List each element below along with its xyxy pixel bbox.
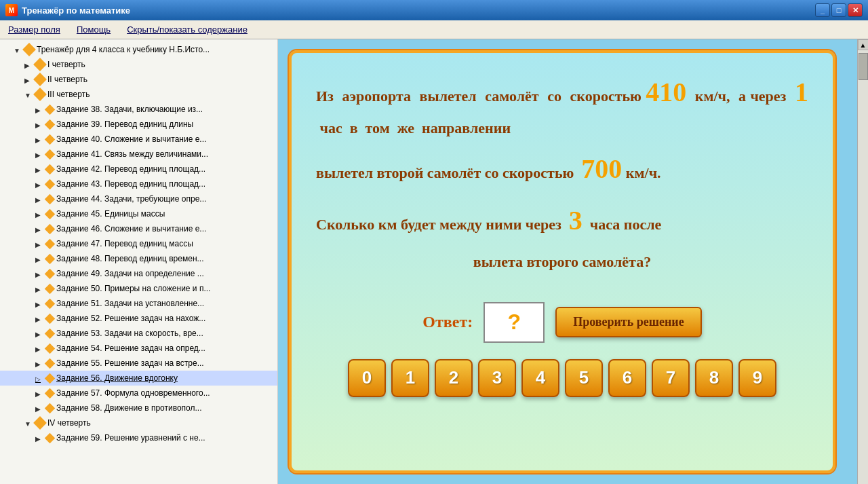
item48-toggle: ▶ xyxy=(35,254,45,263)
list-item[interactable]: ▶ Задание 53. Задачи на скорость, вре... xyxy=(0,326,277,341)
scroll-thumb[interactable] xyxy=(859,53,868,80)
item53-label: Задание 53. Задачи на скорость, вре... xyxy=(56,327,203,339)
q2-toggle-icon: ▶ xyxy=(24,75,34,84)
main-area: ▼ Тренажёр для 4 класса к учебнику Н.Б.И… xyxy=(0,39,868,484)
item52-label: Задание 52. Решение задач на нахож... xyxy=(56,312,205,324)
num-btn-1[interactable]: 1 xyxy=(391,359,429,397)
num-btn-9[interactable]: 9 xyxy=(738,359,776,397)
right-scrollbar[interactable]: ▲ xyxy=(857,39,868,484)
list-item[interactable]: ▶ Задание 44. Задачи, требующие опре... xyxy=(0,191,277,206)
item58-label: Задание 58. Движение в противопол... xyxy=(56,402,202,414)
title-bar: M Тренажёр по математике _ □ ✕ xyxy=(0,0,868,20)
list-item[interactable]: ▶ Задание 40. Сложение и вычитание е... xyxy=(0,132,277,147)
item38-label: Задание 38. Задачи, включающие из... xyxy=(56,103,203,115)
tree-root[interactable]: ▼ Тренажёр для 4 класса к учебнику Н.Б.И… xyxy=(0,42,277,57)
list-item[interactable]: ▶ Задание 45. Единицы массы xyxy=(0,206,277,221)
list-item[interactable]: ▶ Задание 49. Задачи на определение ... xyxy=(0,266,277,281)
sidebar-item-56[interactable]: ▷ Задание 56. Движение вдогонку xyxy=(0,371,277,386)
list-item[interactable]: ▶ Задание 52. Решение задач на нахож... xyxy=(0,311,277,326)
item57-icon xyxy=(45,388,56,398)
num-btn-3[interactable]: 3 xyxy=(478,359,516,397)
menu-item-toggle[interactable]: Скрыть/показать содержание xyxy=(124,23,250,36)
num-1: 1 xyxy=(795,77,808,107)
num-btn-5[interactable]: 5 xyxy=(565,359,603,397)
list-item[interactable]: ▶ Задание 46. Сложение и вычитание е... xyxy=(0,221,277,236)
scroll-up-arrow[interactable]: ▲ xyxy=(858,39,869,50)
app-title: Тренажёр по математике xyxy=(22,5,130,16)
num-btn-7[interactable]: 7 xyxy=(652,359,690,397)
item44-toggle: ▶ xyxy=(35,194,45,204)
item43-toggle: ▶ xyxy=(35,179,45,189)
sidebar-item-q3[interactable]: ▼ III четверть xyxy=(0,87,277,102)
item56-label: Задание 56. Движение вдогонку xyxy=(56,372,178,384)
item55-toggle: ▶ xyxy=(35,358,45,368)
check-button[interactable]: Проверить решение xyxy=(555,307,701,337)
answer-box[interactable]: ? xyxy=(484,302,545,343)
answer-placeholder: ? xyxy=(507,310,521,335)
q3-label: III четверть xyxy=(47,88,90,100)
menu-item-size[interactable]: Размер поля xyxy=(5,23,63,36)
tree-container[interactable]: ▼ Тренажёр для 4 класса к учебнику Н.Б.И… xyxy=(0,39,277,484)
item46-label: Задание 46. Сложение и вычитание е... xyxy=(56,223,206,235)
item41-label: Задание 41. Связь между величинами... xyxy=(56,148,208,160)
item42-icon xyxy=(45,164,56,174)
num-btn-8[interactable]: 8 xyxy=(695,359,733,397)
num-btn-0[interactable]: 0 xyxy=(348,359,386,397)
item54-label: Задание 54. Решение задач на опред... xyxy=(56,342,205,354)
item59-toggle: ▶ xyxy=(35,433,45,443)
item39-label: Задание 39. Перевод единиц длины xyxy=(56,118,193,130)
num-btn-4[interactable]: 4 xyxy=(521,359,559,397)
sidebar-item-q2[interactable]: ▶ II четверть xyxy=(0,72,277,87)
root-toggle-icon: ▼ xyxy=(14,45,23,54)
q2-diamond-icon xyxy=(33,73,47,86)
num-3: 3 xyxy=(569,205,583,236)
item52-icon xyxy=(45,313,56,324)
item44-label: Задание 44. Задачи, требующие опре... xyxy=(56,193,206,205)
exercise-frame: Из аэропорта вылетел самолёт со скорость… xyxy=(289,50,835,473)
item50-icon xyxy=(45,283,56,294)
list-item[interactable]: ▶ Задание 57. Формула одновременного... xyxy=(0,386,277,401)
maximize-button[interactable]: □ xyxy=(831,3,846,17)
window-controls: _ □ ✕ xyxy=(815,3,863,17)
list-item[interactable]: ▶ Задание 51. Задачи на установленне... xyxy=(0,296,277,311)
list-item[interactable]: ▶ Задание 59. Решение уравнений с не... xyxy=(0,430,277,445)
q3-toggle-icon: ▼ xyxy=(24,90,34,99)
close-button[interactable]: ✕ xyxy=(848,3,863,17)
item41-toggle: ▶ xyxy=(35,149,45,159)
num-700: 700 xyxy=(581,153,622,184)
item57-label: Задание 57. Формула одновременного... xyxy=(56,387,210,399)
root-label: Тренажёр для 4 класса к учебнику Н.Б.Ист… xyxy=(37,43,210,56)
list-item[interactable]: ▶ Задание 38. Задачи, включающие из... xyxy=(0,102,277,117)
list-item[interactable]: ▶ Задание 50. Примеры на сложение и п... xyxy=(0,281,277,296)
list-item[interactable]: ▶ Задание 47. Перевод единиц массы xyxy=(0,236,277,251)
num-btn-2[interactable]: 2 xyxy=(435,359,473,397)
list-item[interactable]: ▶ Задание 54. Решение задач на опред... xyxy=(0,341,277,356)
item41-icon xyxy=(45,149,56,160)
minimize-button[interactable]: _ xyxy=(815,3,830,17)
list-item[interactable]: ▶ Задание 42. Перевод единиц площад... xyxy=(0,162,277,176)
item53-icon xyxy=(45,328,56,339)
list-item[interactable]: ▶ Задание 43. Перевод единиц площад... xyxy=(0,176,277,191)
menu-item-help[interactable]: Помощь xyxy=(74,23,113,36)
item53-toggle: ▶ xyxy=(35,329,45,338)
app-icon: M xyxy=(5,4,18,16)
list-item[interactable]: ▶ Задание 48. Перевод единиц времен... xyxy=(0,251,277,266)
item59-icon xyxy=(45,432,56,443)
list-item[interactable]: ▶ Задание 58. Движение в противопол... xyxy=(0,401,277,415)
item50-toggle: ▶ xyxy=(35,284,45,293)
list-item[interactable]: ▶ Задание 55. Решение задач на встре... xyxy=(0,356,277,371)
item43-icon xyxy=(45,179,56,189)
num-btn-6[interactable]: 6 xyxy=(608,359,646,397)
sidebar-item-q1[interactable]: ▶ I четверть xyxy=(0,57,277,72)
item40-toggle: ▶ xyxy=(35,134,45,144)
num-410: 410 xyxy=(646,77,686,107)
list-item[interactable]: ▶ Задание 41. Связь между величинами... xyxy=(0,147,277,162)
list-item[interactable]: ▶ Задание 39. Перевод единиц длины xyxy=(0,117,277,132)
item38-icon xyxy=(45,104,56,115)
item43-label: Задание 43. Перевод единиц площад... xyxy=(56,178,205,190)
sidebar-item-q4[interactable]: ▼ IV четверть xyxy=(0,415,277,430)
item47-toggle: ▶ xyxy=(35,239,45,248)
item49-icon xyxy=(45,268,56,279)
q3-diamond-icon xyxy=(33,88,47,101)
item46-toggle: ▶ xyxy=(35,224,45,234)
